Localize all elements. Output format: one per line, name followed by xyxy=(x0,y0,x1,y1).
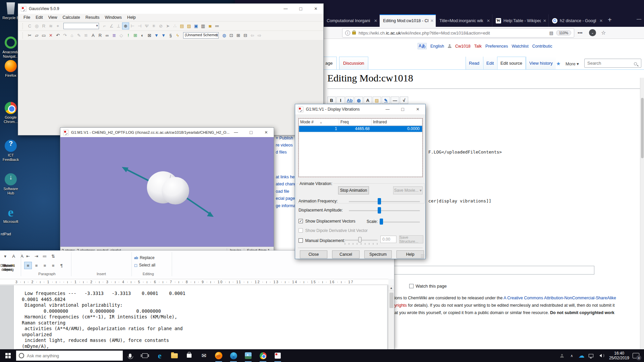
scheme-combo[interactable]: (Unnamed Scheme) xyxy=(183,32,219,39)
wiki-link-english[interactable]: English xyxy=(430,44,444,49)
toolbar-icon[interactable]: ▤ xyxy=(178,22,185,29)
tray-expand-icon[interactable]: ∧ xyxy=(567,349,577,362)
onedrive-icon[interactable]: ☁ xyxy=(577,349,586,362)
close-button[interactable] xyxy=(410,104,425,114)
modes-table-header[interactable]: Mode #▲ Freq Infrared xyxy=(299,119,422,126)
edit-toolbar-icon[interactable]: A xyxy=(364,97,372,104)
displacement-amplitude-slider[interactable] xyxy=(349,210,420,211)
slider-thumb[interactable] xyxy=(358,237,362,242)
edit-summary-input[interactable] xyxy=(369,266,594,275)
toolbar-icon[interactable]: ⊡ xyxy=(228,32,235,39)
menu-item[interactable]: Edit xyxy=(33,15,46,20)
volume-icon[interactable] xyxy=(596,349,606,362)
toolbar-icon[interactable]: ⊠ xyxy=(146,32,153,39)
toolbar-icon[interactable]: ⇨ xyxy=(256,32,263,39)
toolbar-icon[interactable]: ➤ xyxy=(164,22,171,29)
taskbar-firefox[interactable] xyxy=(211,349,226,362)
alignment-icon[interactable]: ≡ xyxy=(41,262,49,269)
slider-thumb[interactable] xyxy=(380,219,383,225)
url-bar[interactable]: i https://wiki.ch.ic.ac.uk/wiki/index.ph… xyxy=(342,28,574,38)
show-dipole-checkbox[interactable] xyxy=(299,228,303,233)
save-structure-button[interactable]: Save Structure... xyxy=(399,235,423,243)
wiki-more-menu[interactable]: More ▾ xyxy=(566,61,579,66)
scale-slider[interactable] xyxy=(379,222,420,223)
wikitext-fragment[interactable]: F.LOG</uploadedFileContents> xyxy=(428,149,502,155)
menu-item[interactable]: Calculate xyxy=(60,15,83,20)
close-button[interactable] xyxy=(308,4,323,14)
tab-close-icon[interactable]: ✕ xyxy=(485,18,490,23)
menu-item[interactable]: File xyxy=(21,15,33,20)
toolbar-icon[interactable]: ⌐ xyxy=(101,22,108,29)
edit-toolbar-icon[interactable]: B xyxy=(327,97,336,104)
wiki-search-input[interactable] xyxy=(584,59,641,68)
toolbar-icon[interactable]: ⇦ xyxy=(249,32,256,39)
minimize-button[interactable] xyxy=(380,104,395,114)
column-mode[interactable]: Mode #▲ xyxy=(299,119,339,125)
taskbar-edge[interactable]: e xyxy=(152,349,167,362)
language-icon[interactable]: Aあ xyxy=(418,43,427,49)
column-infrared[interactable]: Infrared xyxy=(372,119,422,125)
toolbar-icon[interactable]: ⌖ xyxy=(54,22,61,29)
taskbar-chrome[interactable] xyxy=(256,349,270,362)
toolbar-icon[interactable]: ≣ xyxy=(111,32,118,39)
taskbar-app[interactable] xyxy=(226,349,241,362)
wikitext-fragment[interactable]: cer|display vibrations]] xyxy=(428,198,491,203)
menu-item[interactable]: Windows xyxy=(102,15,124,20)
watch-star-icon[interactable]: ★ xyxy=(556,61,560,67)
toolbar-icon[interactable]: ϟ xyxy=(174,32,181,39)
edit-toolbar-icon[interactable]: ▨ xyxy=(373,97,381,104)
minimize-button[interactable] xyxy=(228,128,244,137)
desktop-icon-ict-feedback[interactable]: ? ICT Feedback xyxy=(0,139,21,162)
toolbar-icon[interactable]: ▭ xyxy=(40,32,47,39)
search-input[interactable] xyxy=(27,353,107,358)
toolbar-icon[interactable]: § xyxy=(167,32,174,39)
page-actions-icon[interactable]: ••• xyxy=(578,30,583,36)
wiki-link-preferences[interactable]: Preferences xyxy=(485,44,508,49)
toolbar-icon[interactable]: ✕ xyxy=(47,32,54,39)
tab-close-icon[interactable]: ✕ xyxy=(597,18,603,23)
slider-thumb[interactable] xyxy=(378,207,381,214)
menu-item[interactable]: Results xyxy=(83,15,102,20)
taskbar-gaussview[interactable] xyxy=(270,349,285,362)
wiki-tab-read[interactable]: Read xyxy=(466,57,482,69)
toolbar-icon[interactable]: ⌂ xyxy=(68,32,75,39)
browser-tab[interactable]: h2 distance - Googl ✕ xyxy=(548,14,605,27)
toolbar-icon[interactable]: ▼ xyxy=(153,32,160,39)
start-button[interactable] xyxy=(0,349,16,362)
toolbar-icon[interactable]: ⊕ xyxy=(122,22,129,29)
toolbar-icon[interactable]: ◍ xyxy=(221,32,228,39)
wiki-link-watchlist[interactable]: Watchlist xyxy=(512,44,528,49)
toolbar-icon[interactable]: ▣ xyxy=(193,22,200,29)
scroll-up-icon[interactable]: ▲ xyxy=(388,285,394,291)
wordpad-scrollbar[interactable]: ▲ xyxy=(388,285,394,349)
page-scrollbar[interactable] xyxy=(640,78,644,349)
toolbar-icon[interactable]: ⊥ xyxy=(115,22,122,29)
task-view-button[interactable] xyxy=(138,349,152,362)
toolbar-icon[interactable]: ≋ xyxy=(47,22,54,29)
taskbar-photos[interactable] xyxy=(241,349,256,362)
taskbar-file-explorer[interactable] xyxy=(167,349,182,362)
replace-button[interactable]: abReplace xyxy=(134,254,155,261)
toolbar-icon[interactable]: ◎ xyxy=(33,22,40,29)
bookmark-star-icon[interactable]: ☆ xyxy=(601,29,606,36)
desktop-icon-software-hub[interactable]: ↓ Software Hub xyxy=(0,173,21,195)
wordpad-icon-label[interactable]: rdPad xyxy=(1,232,11,236)
wordpad-document[interactable]: Low frequencies --- -3.3313 -3.3313 0.00… xyxy=(13,285,387,349)
edit-toolbar-icon[interactable]: I xyxy=(336,97,345,104)
toolbar-icon[interactable]: ◐ xyxy=(139,32,146,39)
toolbar-icon[interactable]: ⊘ xyxy=(157,22,164,29)
stop-animation-button[interactable]: Stop Animation xyxy=(338,186,369,194)
desktop-icon-edge[interactable]: e Microsoft xyxy=(0,206,21,224)
toolbar-icon[interactable]: ∠ xyxy=(108,22,115,29)
toolbar-icon[interactable]: ↷ xyxy=(61,32,68,39)
edit-toolbar-icon[interactable]: ✎ xyxy=(382,97,390,104)
toolbar-icon[interactable]: ▼ xyxy=(160,32,167,39)
toolbar-icon[interactable]: ∴ xyxy=(171,22,178,29)
toolbar-icon[interactable]: ∞ xyxy=(104,32,111,39)
pocket-icon[interactable]: ⌄ xyxy=(589,29,596,36)
toolbar-icon[interactable]: ! xyxy=(125,32,132,39)
toolbar-icon[interactable]: ⊞ xyxy=(132,32,139,39)
spectrum-button[interactable]: Spectrum xyxy=(364,250,392,258)
toolbar-icon[interactable]: ◙ xyxy=(207,22,214,29)
hydrogen-atom[interactable] xyxy=(162,177,189,204)
